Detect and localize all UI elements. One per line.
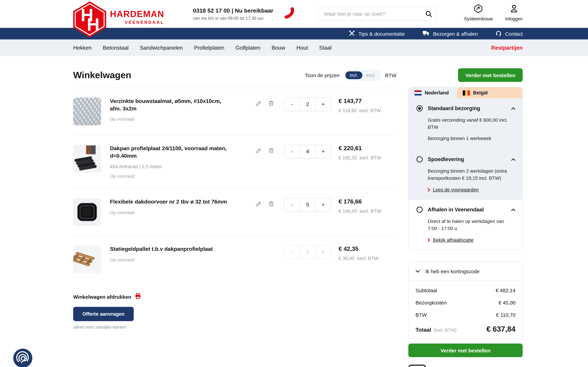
product-image-dakdoorvoer[interactable] xyxy=(73,198,101,226)
tips-documentatie-link[interactable]: Tips & documentatie xyxy=(349,30,405,37)
checkout-button-bottom[interactable]: Verder met bestellen xyxy=(408,343,523,357)
qty-increase-button[interactable]: + xyxy=(316,98,331,111)
chevron-up-icon[interactable] xyxy=(511,208,516,211)
phone-icon xyxy=(282,7,295,21)
nav-item-betonstaal[interactable]: Betonstaal xyxy=(103,45,129,51)
qty-increase-button[interactable]: + xyxy=(316,199,331,211)
edit-icon[interactable] xyxy=(256,148,262,154)
option-detail: Direct af te halen op werkdagen van 7:00… xyxy=(428,218,513,232)
product-image-bouwstaalmat[interactable] xyxy=(73,98,101,125)
red-chevron-icon xyxy=(428,188,430,192)
printer-icon xyxy=(135,293,141,301)
vat-excl-option[interactable]: excl. xyxy=(362,71,380,79)
qty-value[interactable]: 5 xyxy=(300,199,315,211)
item-price-incl: € 42,35 xyxy=(338,245,397,252)
nav-item-restpartijen[interactable]: Restpartijen xyxy=(491,45,523,51)
checkout-button-top[interactable]: Verder met bestellen xyxy=(458,68,523,82)
main-nav: Hekken Betonstaal Sandwichpanelen Profie… xyxy=(0,39,588,56)
print-cart-link[interactable]: Winkelwagen afdrukken xyxy=(73,293,397,301)
qty-decrease-button[interactable]: - xyxy=(285,98,300,111)
checkout-sidebar: Verder met bestellen Nederland België xyxy=(408,68,523,367)
option-header[interactable]: Spoedlevering xyxy=(416,156,516,162)
discount-code-toggle[interactable]: Ik heb een kortingscode xyxy=(409,262,522,281)
edit-icon[interactable] xyxy=(256,100,262,106)
cart-section: Winkelwagen Toon de prijzen incl. excl. … xyxy=(73,68,397,330)
nav-item-golfplaten[interactable]: Golfplaten xyxy=(235,45,260,51)
stock-status: Op voorraad xyxy=(110,210,251,215)
radio-spoed[interactable] xyxy=(416,156,423,162)
vat-toggle-prefix: Toon de prijzen xyxy=(305,72,339,78)
nav-item-hout[interactable]: Hout xyxy=(296,45,308,51)
product-image-dakpan[interactable] xyxy=(73,145,101,173)
nav-item-bouw[interactable]: Bouw xyxy=(272,45,285,51)
header-links: Systeembouw Inloggen xyxy=(464,4,523,21)
qty-value[interactable]: 4 xyxy=(300,145,315,158)
total-row: Totaal (incl. BTW) € 637,84 xyxy=(415,325,516,334)
product-image-pallet[interactable] xyxy=(73,245,101,273)
shipping-cost-value: € 45,00 xyxy=(499,300,516,306)
cart-item-row: Dakpan profielplaat 24/1100, voorraad ma… xyxy=(73,135,397,188)
total-note: (incl. BTW) xyxy=(434,328,457,333)
subtotal-label: Subtotaal xyxy=(415,287,437,293)
phone-number[interactable]: 0318 52 17 00 | Nu bereikbaar xyxy=(193,7,273,14)
option-header[interactable]: Standaard bezorging xyxy=(416,105,516,111)
nav-item-hekken[interactable]: Hekken xyxy=(73,45,92,51)
product-title[interactable]: Dakpan profielplaat 24/1100, voorraad ma… xyxy=(110,145,229,159)
tab-nederland[interactable]: Nederland xyxy=(409,87,457,98)
qty-increase-button[interactable]: + xyxy=(316,145,331,158)
afhaallocatie-link[interactable]: Bekijk afhaallocatie xyxy=(428,237,516,243)
excl-btw-label: excl. BTW xyxy=(357,256,379,261)
option-header[interactable]: Afhalen in Veenendaal xyxy=(416,207,516,213)
product-title[interactable]: Statiegeldpallet t.b.v dakpanprofielplaa… xyxy=(110,245,229,253)
shipping-cost-label: Bezorgkosten xyxy=(415,300,447,306)
vat-incl-option[interactable]: incl. xyxy=(345,71,362,79)
option-title: Spoedlevering xyxy=(428,156,464,162)
chevron-up-icon[interactable] xyxy=(511,158,516,161)
login-link[interactable]: Inloggen xyxy=(505,4,523,21)
qty-value: 1 xyxy=(300,246,315,259)
nav-item-staal[interactable]: Staal xyxy=(319,45,332,51)
quantity-stepper-disabled: - 1 + xyxy=(284,245,331,259)
qty-decrease-button[interactable]: - xyxy=(285,145,300,158)
radio-standaard-checked[interactable] xyxy=(416,105,423,111)
qty-decrease-button[interactable]: - xyxy=(285,199,300,211)
systeembouw-link[interactable]: Systeembouw xyxy=(464,4,493,21)
shipping-option-afhalen: Afhalen in Veenendaal Direct af te halen… xyxy=(409,199,522,250)
product-title[interactable]: Flexibele dakdoorvoer nr 2 tbv ø 32 tot … xyxy=(110,198,229,205)
chevron-down-icon xyxy=(415,268,420,274)
edit-icon[interactable] xyxy=(256,201,262,207)
qty-value[interactable]: 2 xyxy=(300,98,315,111)
contact-label: Contact xyxy=(505,31,523,36)
radio-afhalen[interactable] xyxy=(416,207,423,213)
brand-logo[interactable]: H H HARDEMAN VEENENDAAL xyxy=(73,1,164,39)
vat-incl-excl-switch[interactable]: incl. excl. xyxy=(344,70,381,80)
page-title: Winkelwagen xyxy=(73,70,131,80)
content: Winkelwagen Toon de prijzen incl. excl. … xyxy=(73,56,523,367)
contact-link[interactable]: Contact xyxy=(496,30,523,37)
option-title: Afhalen in Veenendaal xyxy=(428,207,484,213)
quantity-stepper: - 4 + xyxy=(284,145,331,158)
nav-item-profielplaten[interactable]: Profielplaten xyxy=(194,45,224,51)
fingerprint-icon xyxy=(13,349,32,367)
privacy-fingerprint-button[interactable] xyxy=(13,349,32,367)
item-price-incl: € 220,61 xyxy=(338,145,397,152)
delete-icon[interactable] xyxy=(268,100,274,106)
delete-icon[interactable] xyxy=(268,201,274,207)
item-price-excl: € 182,32 xyxy=(338,155,357,160)
voorwaarden-link[interactable]: Lees de voorwaarden xyxy=(428,187,516,192)
search-input[interactable] xyxy=(318,7,421,20)
stock-status: Op voorraad xyxy=(110,257,251,262)
chevron-up-icon[interactable] xyxy=(511,107,516,110)
request-quote-button[interactable]: Offerte aanvragen xyxy=(73,307,134,321)
quantity-stepper: - 5 + xyxy=(284,198,331,212)
nav-item-sandwichpanelen[interactable]: Sandwichpanelen xyxy=(140,45,183,51)
delete-icon[interactable] xyxy=(268,148,274,154)
search-icon[interactable] xyxy=(421,10,436,17)
stock-status: Op voorraad xyxy=(110,174,251,179)
product-title[interactable]: Verzinkte bouwstaalmat, ø5mm, #10x10cm, … xyxy=(110,98,229,112)
voorwaarden-link-label: Lees de voorwaarden xyxy=(433,187,479,192)
opening-hours: van ma t/m vr van 08:00 tot 17:30 uur xyxy=(193,16,273,21)
tab-belgie[interactable]: België xyxy=(457,87,522,98)
total-value: € 637,84 xyxy=(486,325,516,334)
bezorgen-afhalen-link[interactable]: Bezorgen & afhalen xyxy=(423,30,478,37)
